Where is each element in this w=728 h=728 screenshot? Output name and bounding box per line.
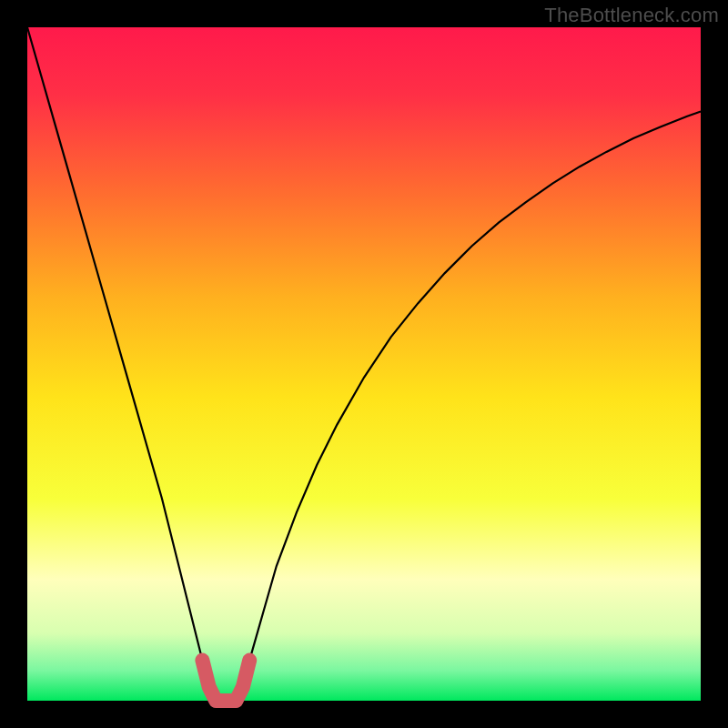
bottleneck-chart [0,0,728,728]
watermark-text: TheBottleneck.com [544,4,719,27]
chart-frame: TheBottleneck.com [0,0,728,728]
plot-background [27,27,701,701]
